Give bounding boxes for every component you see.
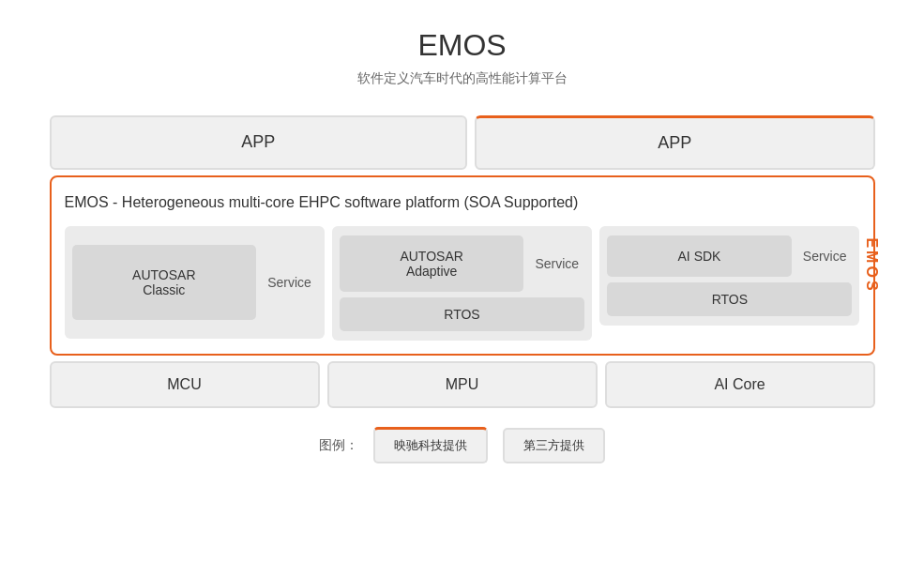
app-box-left: APP: [50, 115, 468, 170]
col-2: AUTOSAR Adaptive Service RTOS: [332, 226, 592, 341]
legend-label: 图例：: [319, 437, 358, 454]
autosar-adaptive-box: AUTOSAR Adaptive: [340, 235, 524, 292]
page-subtitle: 软件定义汽车时代的高性能计算平台: [357, 70, 568, 87]
ai-sdk-box: AI SDK: [607, 235, 792, 277]
col-2-top: AUTOSAR Adaptive Service: [340, 235, 584, 292]
rtos-box-2: RTOS: [340, 297, 584, 331]
hardware-row: MCU MPU AI Core: [50, 361, 875, 408]
page-container: EMOS 软件定义汽车时代的高性能计算平台 APP APP EMOS EMOS …: [19, 19, 905, 463]
app-box-right: APP: [475, 115, 874, 170]
col-2-inner: AUTOSAR Adaptive Service RTOS: [332, 226, 592, 341]
legend-orange: 映驰科技提供: [373, 427, 488, 463]
page-title: EMOS: [417, 28, 506, 63]
col-3-top: AI SDK Service: [607, 235, 852, 277]
inner-columns: AUTOSAR Classic Service AUTOSAR Adaptive…: [65, 226, 860, 341]
col-1-inner: AUTOSAR Classic Service: [65, 226, 325, 339]
top-app-row: APP APP: [50, 115, 875, 170]
col-1: AUTOSAR Classic Service: [65, 226, 325, 341]
legend-row: 图例： 映驰科技提供 第三方提供: [50, 427, 875, 463]
mpu-box: MPU: [327, 361, 598, 408]
diagram: APP APP EMOS EMOS - Heterogeneous multi-…: [50, 115, 875, 463]
col-3-inner: AI SDK Service RTOS: [599, 226, 859, 326]
rtos-box-3: RTOS: [607, 282, 852, 316]
service-label-2: Service: [529, 235, 584, 292]
service-label-3: Service: [797, 235, 853, 277]
platform-label: EMOS - Heterogeneous multi-core EHPC sof…: [65, 190, 860, 215]
col-3: AI SDK Service RTOS: [599, 226, 859, 341]
autosar-classic-box: AUTOSAR Classic: [72, 245, 257, 320]
emos-container: EMOS EMOS - Heterogeneous multi-core EHP…: [50, 175, 875, 356]
emos-side-label: EMOS: [863, 237, 880, 293]
mcu-box: MCU: [50, 361, 320, 408]
ai-core-box: AI Core: [605, 361, 875, 408]
service-label-1: Service: [262, 271, 317, 294]
legend-gray: 第三方提供: [503, 428, 605, 463]
